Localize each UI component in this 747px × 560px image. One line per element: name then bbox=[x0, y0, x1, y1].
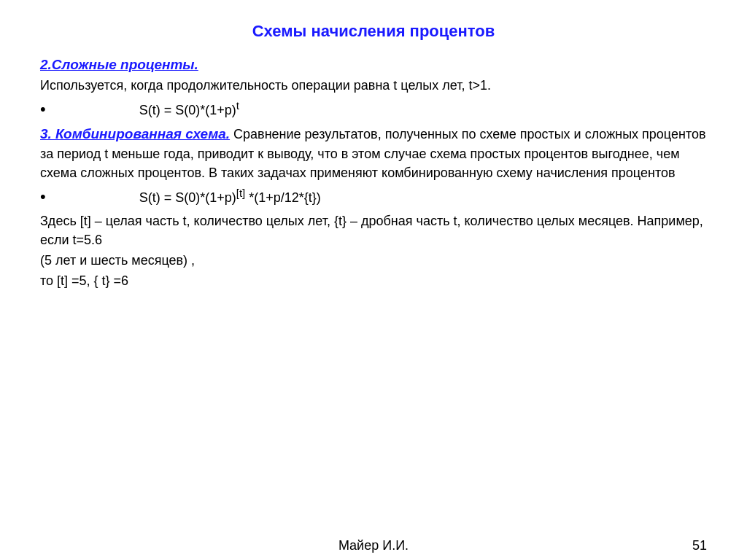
page-container: Схемы начисления процентов 2.Сложные про… bbox=[0, 0, 747, 560]
section-3-formula: S(t) = S(0)*(1+p)[t] *(1+p/12*{t}) bbox=[139, 187, 321, 206]
section-3-note1: Здесь [t] – целая часть t, количество це… bbox=[40, 211, 707, 249]
section-3-formula-sup1: [t] bbox=[236, 187, 246, 199]
footer-author: Майер И.И. bbox=[338, 538, 409, 553]
footer-page-number: 51 bbox=[692, 538, 707, 553]
section-2-formula-line: • S(t) = S(0)*(1+p)t bbox=[40, 99, 707, 118]
section-3-formula-line: • S(t) = S(0)*(1+p)[t] *(1+p/12*{t}) bbox=[40, 187, 707, 206]
section-2-heading: 2.Сложные проценты. bbox=[40, 57, 707, 73]
section-3-title: 3. Комбинированная схема. bbox=[40, 126, 230, 141]
section-2-title: 2.Сложные проценты. bbox=[40, 57, 198, 72]
section-3-note2: (5 лет и шесть месяцев) , bbox=[40, 251, 707, 270]
section-3-formula-mid: *(1+p/12*{t}) bbox=[245, 190, 321, 205]
page-title: Схемы начисления процентов bbox=[40, 22, 707, 41]
section-3-heading-line: 3. Комбинированная схема. Сравнение резу… bbox=[40, 124, 707, 182]
section-2-bullet: • bbox=[40, 101, 46, 117]
section-2-formula: S(t) = S(0)*(1+p)t bbox=[139, 99, 239, 118]
section-3-note3: то [t] =5, { t} =6 bbox=[40, 271, 707, 290]
section-3-bullet: • bbox=[40, 189, 46, 205]
section-3: 3. Комбинированная схема. Сравнение резу… bbox=[40, 124, 707, 290]
section-2-description: Используется, когда продолжительность оп… bbox=[40, 76, 707, 95]
section-2-formula-sup: t bbox=[236, 99, 239, 112]
section-2: 2.Сложные проценты. Используется, когда … bbox=[40, 57, 707, 118]
